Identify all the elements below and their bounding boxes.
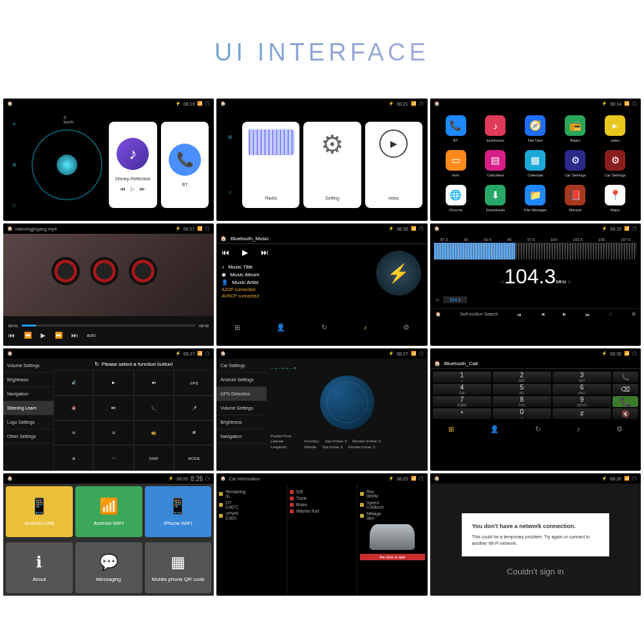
app-localmusic[interactable]: ♪localmusic xyxy=(479,115,513,142)
messaging-tile[interactable]: 💬Messaging xyxy=(75,542,142,593)
next-icon[interactable]: ⏭ xyxy=(140,186,145,192)
qr-tile[interactable]: ▦Mobile phone QR code xyxy=(145,542,212,593)
app-bt[interactable]: 📞BT xyxy=(439,115,473,142)
seek-back-icon[interactable]: ◀ xyxy=(541,312,544,317)
key-*[interactable]: * xyxy=(433,408,491,419)
app-calculator[interactable]: ▤Calculator xyxy=(479,150,513,177)
func-button-8[interactable]: ⊘ xyxy=(53,421,93,446)
dialpad-tab-icon[interactable]: ⊞ xyxy=(448,425,454,433)
auto-button[interactable]: auto xyxy=(87,333,96,337)
settings-icon[interactable]: ⚙ xyxy=(403,323,410,332)
app-net-navi[interactable]: 🧭Net Navi xyxy=(518,115,552,142)
app-file-manager[interactable]: 📁File Manager xyxy=(518,185,552,212)
sidebar-item-other-settings[interactable]: Other Settings xyxy=(3,430,53,444)
preset-1[interactable]: 104.3 xyxy=(443,296,468,303)
prev-icon[interactable]: ⏮ xyxy=(120,186,126,192)
func-button-12[interactable]: ⊕ xyxy=(53,445,93,471)
radio-card[interactable]: Radio xyxy=(242,122,299,208)
play-icon[interactable]: ▶ xyxy=(41,332,46,339)
key-7[interactable]: 7PQRS xyxy=(433,396,491,407)
app-maps[interactable]: 📍Maps xyxy=(598,185,632,212)
tile-android-wifi[interactable]: 📶Android WIFI xyxy=(75,486,142,537)
music-card[interactable]: ♪ Disney-Reflection ⏮▷⏭ xyxy=(109,122,157,208)
app-radio[interactable]: 📻Radio xyxy=(558,115,592,142)
music-icon[interactable]: ♪ xyxy=(577,425,581,433)
tile-iphone-wifi[interactable]: 📱iPhone WIFI xyxy=(145,486,212,537)
key-2[interactable]: 2ABC xyxy=(493,372,551,383)
sidebar-item-navigation[interactable]: Navigation xyxy=(3,387,53,401)
key-6[interactable]: 6MNO xyxy=(553,384,611,395)
sidebar-item-volume-settings[interactable]: Volume Settings xyxy=(3,359,53,373)
app-downloads[interactable]: ⬇Downloads xyxy=(479,185,513,212)
func-button-1[interactable]: ▶ xyxy=(93,370,133,395)
bt-card[interactable]: 📞 BT xyxy=(161,122,209,208)
prev-icon[interactable]: ⏮ xyxy=(222,248,229,257)
side-key-1[interactable]: ⌫ xyxy=(612,384,638,395)
app-car-settings[interactable]: ⚙Car Settings xyxy=(558,150,592,177)
func-button-10[interactable]: 📻 xyxy=(134,421,174,446)
history-icon[interactable]: ↻ xyxy=(535,425,541,433)
grid-icon[interactable]: ▦ xyxy=(12,162,17,167)
key-5[interactable]: 5JKL xyxy=(493,384,551,395)
sidebar-item-navigation[interactable]: Navigation xyxy=(216,430,267,444)
user-icon[interactable]: 👤 xyxy=(276,323,285,332)
func-button-6[interactable]: 📞 xyxy=(134,395,174,421)
sidebar-item-logo-settings[interactable]: Logo Settings xyxy=(3,415,53,430)
side-key-0[interactable]: 📞 xyxy=(612,372,638,383)
up-icon[interactable]: ⊙ xyxy=(12,203,16,208)
app-video[interactable]: ▸video xyxy=(598,115,632,142)
settings-icon[interactable]: ⚙ xyxy=(616,425,623,433)
next-icon[interactable]: ⏭ xyxy=(585,312,590,317)
func-button-7[interactable]: 🎤 xyxy=(174,395,214,421)
func-button-5[interactable]: ⏮ xyxy=(93,395,133,421)
next-icon[interactable]: ⏭ xyxy=(71,332,78,339)
next-icon[interactable]: ⏭ xyxy=(261,248,269,257)
key-#[interactable]: # xyxy=(553,408,611,419)
sidebar[interactable]: ⚙▦⊙ xyxy=(3,109,25,221)
gear-icon[interactable]: ⚙ xyxy=(12,122,16,127)
app-avin[interactable]: ▭Avin xyxy=(439,150,473,177)
key-9[interactable]: 9WXYZ xyxy=(553,396,611,407)
sidebar-item-volume-settings[interactable]: Volume Settings xyxy=(216,401,267,415)
side-key-3[interactable]: 🔇 xyxy=(612,408,638,419)
rew-icon[interactable]: ⏪ xyxy=(24,332,32,339)
tune-bar[interactable] xyxy=(434,243,637,260)
music-tab-icon[interactable]: ♪ xyxy=(363,323,367,332)
key-3[interactable]: 3DEF xyxy=(553,372,611,383)
key-8[interactable]: 8TUV xyxy=(493,396,551,407)
user-icon[interactable]: 👤 xyxy=(490,425,499,433)
side-key-2[interactable]: 📞 xyxy=(612,396,638,407)
prev-icon[interactable]: ⏮ xyxy=(517,312,522,317)
sidebar-item-brightness[interactable]: Brightness xyxy=(216,415,267,430)
func-button-9[interactable]: ⊖ xyxy=(93,421,133,446)
func-button-4[interactable]: 🔇 xyxy=(53,395,93,421)
play-icon[interactable]: ▷ xyxy=(131,186,135,192)
sidebar-item-android-settings[interactable]: Android Settings xyxy=(216,373,267,387)
seek-bar[interactable] xyxy=(22,325,195,327)
video-card[interactable]: ▶video xyxy=(365,122,422,208)
tile-android-usb[interactable]: 📱Android USB xyxy=(6,486,73,537)
sidebar-item-steering-learn[interactable]: Steering Learn xyxy=(3,401,53,415)
func-button-2[interactable]: ⏭ xyxy=(134,370,174,395)
search-button[interactable]: Self-motion Search xyxy=(460,312,498,317)
key-1[interactable]: 1∞ xyxy=(433,372,491,383)
video-frame[interactable] xyxy=(3,234,214,316)
func-button-13[interactable]: — xyxy=(93,445,133,471)
sidebar-item-brightness[interactable]: Brightness xyxy=(3,373,53,387)
prev-icon[interactable]: ⏮ xyxy=(8,332,15,339)
func-button-15[interactable]: MODE xyxy=(174,445,214,471)
func-button-14[interactable]: DISP xyxy=(134,445,174,471)
dialpad-icon[interactable]: ⊞ xyxy=(234,323,240,332)
key-0[interactable]: 0+ xyxy=(493,408,551,419)
ff-icon[interactable]: ⏩ xyxy=(55,332,62,339)
home-icon[interactable]: 🏠 xyxy=(220,236,227,242)
func-button-3[interactable]: GPS xyxy=(174,370,214,395)
home-icon[interactable]: 🏠 xyxy=(435,312,441,317)
setting-card[interactable]: ⚙Setting xyxy=(303,122,361,208)
app-manual[interactable]: 📕Manual xyxy=(558,185,592,212)
home-icon[interactable]: 🏠 xyxy=(434,361,440,366)
seek-fwd-icon[interactable]: ▶ xyxy=(563,312,566,317)
history-icon[interactable]: ↻ xyxy=(321,323,327,332)
func-button-0[interactable]: 🔊 xyxy=(53,370,93,395)
app-car-settings[interactable]: ⚙Car Settings xyxy=(598,150,632,177)
